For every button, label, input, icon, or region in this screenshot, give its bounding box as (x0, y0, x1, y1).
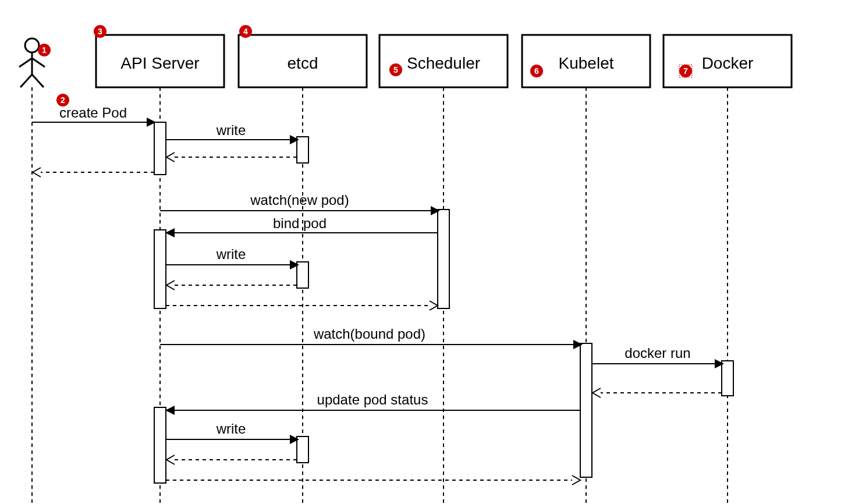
badge-3: 3 (94, 25, 107, 38)
arrow-update-status (165, 406, 175, 415)
label-write-1: write (216, 122, 246, 138)
activation-kubelet-3 (580, 343, 592, 477)
label-write-3: write (216, 421, 246, 436)
badge-6: 6 (530, 65, 543, 77)
svg-line-4 (20, 74, 32, 87)
label-create-pod: create Pod (59, 105, 127, 120)
participant-sched-label: Scheduler (407, 54, 480, 72)
svg-text:4: 4 (243, 27, 248, 36)
arrow-return-etcd-2 (166, 281, 175, 290)
arrow-return-sched (430, 301, 438, 310)
arrow-bind-pod (165, 228, 175, 237)
arrow-return-actor-1 (33, 168, 41, 177)
label-watch-bound: watch(bound pod) (313, 326, 425, 342)
svg-text:6: 6 (534, 66, 539, 76)
svg-text:3: 3 (98, 27, 102, 36)
activation-etcd-3 (297, 436, 308, 463)
svg-line-3 (32, 58, 45, 67)
svg-point-0 (25, 38, 39, 52)
arrow-return-etcd-1 (166, 152, 175, 162)
activation-sched-2 (438, 210, 449, 308)
arrow-return-docker (592, 388, 601, 397)
svg-line-5 (32, 74, 44, 87)
activation-etcd-2 (297, 262, 308, 288)
activation-docker-3 (722, 361, 733, 396)
badge-2: 2 (56, 94, 69, 107)
participant-api-label: API Server (120, 54, 199, 72)
label-write-2: write (216, 246, 246, 262)
activation-api-3 (154, 407, 166, 483)
badge-7: 7 (679, 65, 692, 77)
svg-text:1: 1 (42, 45, 47, 55)
badge-5: 5 (389, 63, 402, 76)
badge-1: 1 (38, 44, 51, 56)
svg-line-2 (19, 58, 32, 67)
arrow-return-kubelet (572, 475, 580, 485)
label-bind-pod: bind pod (273, 215, 327, 231)
sequence-diagram: API Server etcd Scheduler Kubelet Docker… (0, 0, 848, 504)
activation-api-1 (154, 122, 166, 175)
svg-text:5: 5 (393, 65, 398, 74)
svg-text:2: 2 (61, 95, 65, 105)
participant-etcd-label: etcd (288, 54, 318, 72)
arrow-return-etcd-3 (166, 455, 175, 464)
participant-kubelet-label: Kubelet (559, 54, 614, 72)
participant-docker-label: Docker (702, 54, 754, 72)
badge-4: 4 (239, 25, 252, 38)
activation-api-2 (154, 230, 166, 308)
label-docker-run: docker run (625, 345, 690, 361)
svg-text:7: 7 (683, 66, 688, 76)
activation-etcd-1 (297, 137, 308, 163)
label-watch-new: watch(new pod) (250, 192, 349, 208)
label-update-status: update pod status (317, 392, 428, 407)
